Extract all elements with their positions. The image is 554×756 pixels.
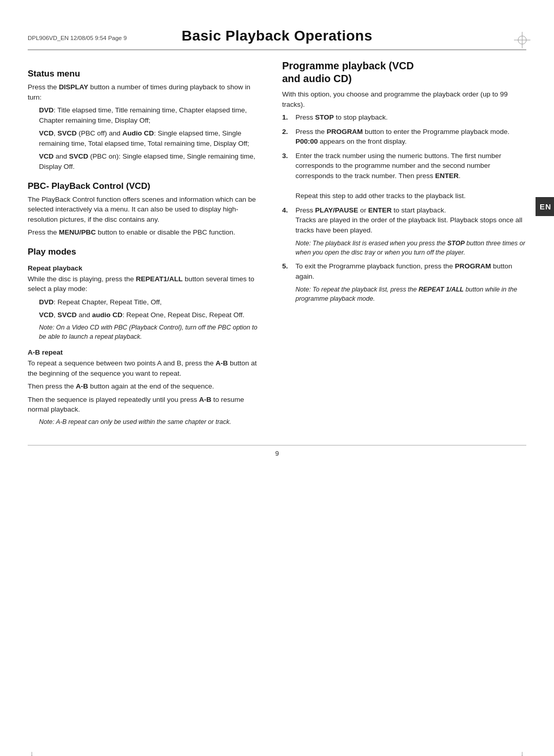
- step-num-2: 2.: [282, 127, 291, 147]
- reg-mark-bottom-left: [23, 751, 41, 756]
- step-num-3: 3.: [282, 151, 291, 201]
- step-content-3: Enter the track number using the numeric…: [295, 151, 526, 201]
- title-rule: [28, 49, 526, 50]
- pbc-para2: Press the MENU/PBC button to enable or d…: [28, 227, 264, 238]
- step-num-5: 5.: [282, 261, 291, 281]
- programme-note-5: Note: To repeat the playback list, press…: [295, 285, 526, 303]
- step-num-4: 4.: [282, 205, 291, 236]
- reg-mark-bottom-right: [513, 751, 531, 756]
- programme-steps-cont: 5. To exit the Programme playback functi…: [282, 261, 526, 281]
- file-header: DPL906VD_EN 12/08/05 9:54 Page 9: [28, 35, 127, 41]
- ab-repeat-heading: A-B repeat: [28, 348, 264, 356]
- step-content-4: Press PLAY/PAUSE or ENTER to start playb…: [295, 205, 526, 236]
- repeat-playback-heading: Repeat playback: [28, 264, 264, 272]
- vcd-repeat: VCD, SVCD and audio CD: Repeat One, Repe…: [39, 310, 264, 320]
- step-content-2: Press the PROGRAM button to enter the Pr…: [295, 127, 526, 147]
- status-menu-dvd: DVD: Title elapsed time, Title remaining…: [39, 105, 264, 125]
- programme-heading: Programme playback (VCDand audio CD): [282, 60, 526, 85]
- programme-step-2: 2. Press the PROGRAM button to enter the…: [282, 127, 526, 147]
- programme-intro: With this option, you choose and program…: [282, 89, 526, 109]
- pbc-heading: PBC- PlayBack Control (VCD): [28, 181, 264, 191]
- repeat-note: Note: On a Video CD with PBC (Playback C…: [39, 323, 264, 341]
- bottom-rule: [28, 445, 526, 445]
- ab-para3: Then the sequence is played repeatedly u…: [28, 395, 264, 415]
- ab-para2: Then press the A-B button again at the e…: [28, 381, 264, 392]
- left-column: Status menu Press the DISPLAY button a n…: [28, 60, 264, 430]
- status-menu-heading: Status menu: [28, 69, 264, 79]
- programme-step-4: 4. Press PLAY/PAUSE or ENTER to start pl…: [282, 205, 526, 236]
- pbc-para1: The PlayBack Control function offers sce…: [28, 195, 264, 225]
- ab-para1: To repeat a sequence between two points …: [28, 358, 264, 378]
- play-modes-heading: Play modes: [28, 247, 264, 257]
- programme-step-5: 5. To exit the Programme playback functi…: [282, 261, 526, 281]
- dvd-repeat: DVD: Repeat Chapter, Repeat Title, Off,: [39, 297, 264, 307]
- programme-step-3: 3. Enter the track number using the nume…: [282, 151, 526, 201]
- step-content-5: To exit the Programme playback function,…: [295, 261, 526, 281]
- repeat-para: While the disc is playing, press the REP…: [28, 274, 264, 294]
- page-wrapper: DPL906VD_EN 12/08/05 9:54 Page 9 EN Basi…: [0, 28, 554, 756]
- status-menu-intro: Press the DISPLAY button a number of tim…: [28, 82, 264, 102]
- programme-step-1: 1. Press STOP to stop playback.: [282, 112, 526, 123]
- page-number: 9: [0, 450, 554, 457]
- content-columns: Status menu Press the DISPLAY button a n…: [0, 60, 554, 430]
- status-menu-vcd: VCD, SVCD (PBC off) and Audio CD: Single…: [39, 128, 264, 148]
- programme-note-4: Note: The playback list is erased when y…: [295, 239, 526, 257]
- reg-mark-top-right: [513, 31, 531, 49]
- ab-note: Note: A-B repeat can only be used within…: [39, 418, 264, 427]
- en-tab: EN: [536, 197, 554, 216]
- step-num-1: 1.: [282, 112, 291, 123]
- step-content-1: Press STOP to stop playback.: [295, 112, 526, 123]
- right-column: Programme playback (VCDand audio CD) Wit…: [282, 60, 526, 430]
- programme-steps: 1. Press STOP to stop playback. 2. Press…: [282, 112, 526, 235]
- status-menu-vcd2: VCD and SVCD (PBC on): Single elapsed ti…: [39, 151, 264, 171]
